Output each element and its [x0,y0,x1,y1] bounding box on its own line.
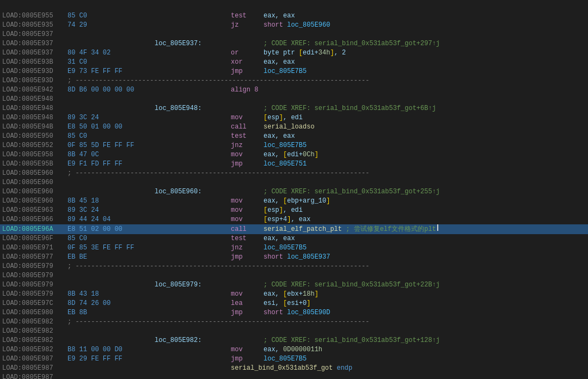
table-row[interactable]: LOAD:0805E948loc_805E948:; CODE XREF: se… [0,104,588,113]
mnemonic: test [231,11,264,21]
table-row[interactable]: LOAD:0805E96389 3C 24mov[esp], edi [0,206,588,215]
table-row[interactable]: LOAD:0805E948 [0,95,588,104]
mnemonic: mov [231,345,264,354]
table-row[interactable]: LOAD:0805E9710F 85 3E FE FF FFjnzloc_805… [0,243,588,253]
align-keyword: align 8 [231,85,258,95]
operand: eax, 0D0000011h [264,345,322,354]
operand: eax, eax [264,132,295,141]
mnemonic: call [231,123,264,132]
address: LOAD:0805E97C [2,299,68,308]
table-row[interactable]: LOAD:0805E97C8D 74 26 00leaesi, [esi+0] [0,299,588,308]
mnemonic: call [231,225,264,234]
table-row[interactable]: LOAD:0805E979loc_805E979:; CODE XREF: se… [0,280,588,290]
table-row[interactable]: LOAD:0805E982loc_805E982:; CODE XREF: se… [0,336,588,345]
address: LOAD:0805E93B [2,58,68,67]
mnemonic: jmp [231,253,264,262]
bytes: 8B 45 18 [68,197,155,206]
address: LOAD:0805E987 [2,364,68,373]
table-row[interactable]: LOAD:0805E977EB BEjmpshort loc_805E937 [0,253,588,262]
table-row[interactable]: LOAD:0805E9608B 45 18moveax, [ebp+arg_10… [0,197,588,206]
table-row[interactable]: LOAD:0805E9798B 43 18moveax, [ebx+18h] [0,290,588,299]
table-row[interactable]: LOAD:0805E96F85 C0testeax, eax [0,234,588,243]
bytes: 31 C0 [68,58,155,67]
operand: [esp+4], eax [264,215,310,224]
address: LOAD:0805E96A [2,225,68,234]
table-row[interactable]: LOAD:0805E94889 3C 24mov[esp], edi [0,113,588,123]
operand: eax, eax [264,234,295,243]
label: loc_805E937: [155,39,231,48]
table-row[interactable]: LOAD:0805E937loc_805E937:; CODE XREF: se… [0,39,588,48]
table-row[interactable]: LOAD:0805E9520F 85 5D FE FF FFjnzloc_805… [0,141,588,150]
bytes: 8B 43 18 [68,290,155,299]
table-row[interactable]: LOAD:0805E937 [0,30,588,39]
address: LOAD:0805E958 [2,150,68,160]
separator-text: ; --------------------------------------… [68,76,370,85]
table-row[interactable]: LOAD:0805E93DE9 73 FE FF FFjmploc_805E7B… [0,67,588,76]
bytes: 80 4F 34 02 [68,48,155,58]
table-row[interactable]: LOAD:0805E982 [0,327,588,336]
table-row[interactable]: LOAD:0805E960 [0,178,588,187]
table-row[interactable]: LOAD:0805E980EB 8Bjmpshort loc_805E90D [0,308,588,317]
code-view[interactable]: LOAD:0805E95585 C0testeax, eaxLOAD:0805E… [0,0,588,379]
address: LOAD:0805E977 [2,253,68,262]
mnemonic: jmp [231,308,264,317]
function-call: serial_loadso [264,123,315,132]
table-row[interactable]: LOAD:0805E982; -------------------------… [0,317,588,327]
table-row[interactable]: LOAD:0805E95585 C0testeax, eax [0,11,588,21]
mnemonic: lea [231,299,264,308]
bytes: 85 C0 [68,132,155,141]
comment: ; CODE XREF: serial_bind_0x531ab53f_got+… [264,187,440,197]
table-row[interactable]: LOAD:0805E9428D B6 00 00 00 00align 8 [0,85,588,95]
bytes: E9 29 FE FF FF [68,354,155,364]
operand: eax, [ebp+arg_10] [264,197,330,206]
table-row[interactable]: LOAD:0805E96689 44 24 04mov[esp+4], eax [0,215,588,224]
bytes: EB 8B [68,308,155,317]
table-row[interactable]: LOAD:0805E95085 C0testeax, eax [0,132,588,141]
table-row[interactable]: LOAD:0805E96AE8 51 02 00 00callserial_el… [0,224,588,234]
function-call: serial_elf_patch_plt [264,225,342,234]
table-row[interactable]: LOAD:0805E979; -------------------------… [0,262,588,271]
operand: loc_805E7B5 [264,354,307,364]
bytes: EB BE [68,253,155,262]
bytes: 8B 47 0C [68,150,155,160]
table-row[interactable]: LOAD:0805E979 [0,271,588,280]
table-row[interactable]: LOAD:0805E987serial_bind_0x531ab53f_got … [0,364,588,373]
bytes: 8D B6 00 00 00 00 [68,85,155,95]
label: loc_805E960: [155,187,231,197]
address: LOAD:0805E935 [2,21,68,30]
table-row[interactable]: LOAD:0805E987E9 29 FE FF FFjmploc_805E7B… [0,354,588,364]
table-row[interactable]: LOAD:0805E982B8 11 00 00 D0moveax, 0D000… [0,345,588,354]
mnemonic: jnz [231,243,264,253]
table-row[interactable]: LOAD:0805E9588B 47 0Cmoveax, [edi+0Ch] [0,150,588,160]
table-row[interactable]: LOAD:0805E93574 29jzshort loc_805E960 [0,21,588,30]
bytes: E9 73 FE FF FF [68,67,155,76]
table-row[interactable]: LOAD:0805E987 [0,373,588,379]
table-row[interactable]: LOAD:0805E93780 4F 34 02orbyte ptr [edi+… [0,48,588,58]
separator-text: ; --------------------------------------… [68,169,370,178]
bytes: E9 F1 FD FF FF [68,160,155,169]
text-cursor [437,224,438,231]
table-row[interactable]: LOAD:0805E93B31 C0xoreax, eax [0,58,588,67]
address: LOAD:0805E96F [2,234,68,243]
address: LOAD:0805E982 [2,336,68,345]
bytes: 85 C0 [68,11,155,21]
address: LOAD:0805E979 [2,271,68,280]
table-row[interactable]: LOAD:0805E95BE9 F1 FD FF FFjmploc_805E75… [0,160,588,169]
address: LOAD:0805E960 [2,187,68,197]
operand: short loc_805E937 [264,253,330,262]
table-row[interactable]: LOAD:0805E94BE8 50 01 00 00callserial_lo… [0,123,588,132]
address: LOAD:0805E952 [2,141,68,150]
address: LOAD:0805E979 [2,262,68,271]
operand: byte ptr [edi+34h], 2 [264,48,346,58]
mnemonic: jmp [231,160,264,169]
mnemonic: mov [231,215,264,224]
bytes: 0F 85 5D FE FF FF [68,141,155,150]
mnemonic: or [231,48,264,58]
mnemonic: mov [231,290,264,299]
table-row[interactable]: LOAD:0805E960loc_805E960:; CODE XREF: se… [0,187,588,197]
bytes: 89 3C 24 [68,113,155,123]
table-row[interactable]: LOAD:0805E960; -------------------------… [0,169,588,178]
table-row[interactable]: LOAD:0805E93D; -------------------------… [0,76,588,85]
endp-keyword: endp [333,364,352,373]
operand: [esp], edi [264,206,303,215]
